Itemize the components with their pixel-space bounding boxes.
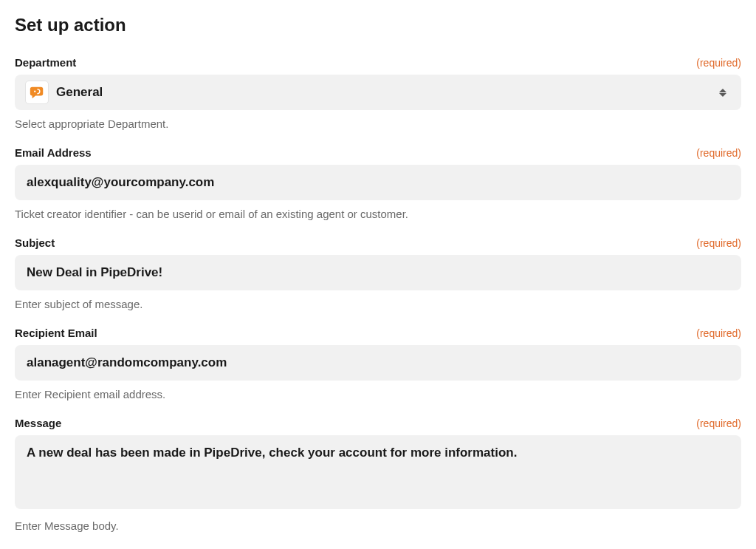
message-label: Message — [15, 417, 61, 429]
field-message: Message (required) Enter Message body. — [15, 417, 741, 532]
department-label: Department — [15, 56, 76, 69]
email-label: Email Address — [15, 146, 92, 159]
email-helper: Ticket creator identifier - can be useri… — [15, 208, 741, 220]
required-tag: (required) — [696, 57, 741, 69]
subject-helper: Enter subject of message. — [15, 298, 741, 310]
required-tag: (required) — [696, 147, 741, 159]
field-department: Department (required) General Select app… — [15, 56, 741, 130]
department-icon-box — [25, 81, 49, 104]
required-tag: (required) — [696, 417, 741, 429]
subject-input[interactable] — [15, 255, 741, 290]
chat-bubble-icon — [29, 84, 45, 100]
department-select[interactable]: General — [15, 75, 741, 110]
field-header: Recipient Email (required) — [15, 327, 741, 339]
message-helper: Enter Message body. — [15, 519, 741, 532]
field-subject: Subject (required) Enter subject of mess… — [15, 236, 741, 310]
message-textarea[interactable] — [15, 435, 741, 509]
email-input[interactable] — [15, 165, 741, 200]
field-recipient: Recipient Email (required) Enter Recipie… — [15, 327, 741, 400]
page-title: Set up action — [15, 15, 741, 35]
recipient-helper: Enter Recipient email address. — [15, 388, 741, 400]
recipient-label: Recipient Email — [15, 327, 97, 339]
required-tag: (required) — [696, 237, 741, 249]
department-helper: Select appropriate Department. — [15, 117, 741, 130]
field-header: Department (required) — [15, 56, 741, 69]
svg-point-0 — [34, 90, 35, 92]
recipient-input[interactable] — [15, 345, 741, 381]
subject-label: Subject — [15, 236, 55, 249]
department-value: General — [56, 85, 719, 100]
field-header: Message (required) — [15, 417, 741, 429]
required-tag: (required) — [696, 327, 741, 339]
field-header: Subject (required) — [15, 236, 741, 249]
field-header: Email Address (required) — [15, 146, 741, 159]
select-chevrons-icon — [719, 89, 731, 97]
field-email: Email Address (required) Ticket creator … — [15, 146, 741, 220]
